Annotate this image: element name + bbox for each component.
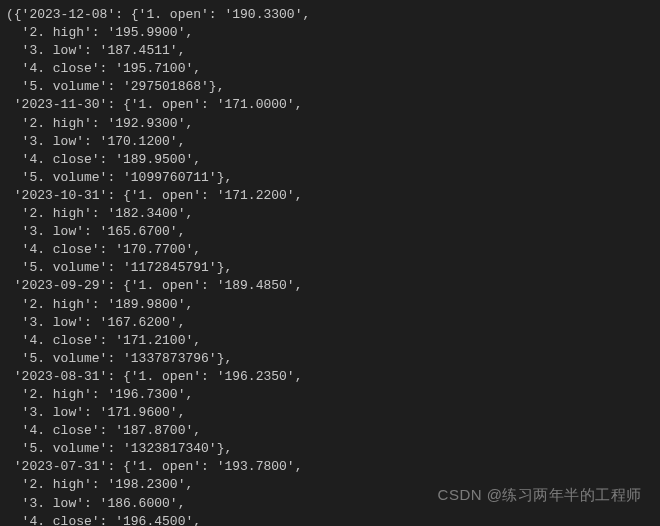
code-line: '2023-08-31': {'1. open': '196.2350', — [6, 368, 660, 386]
code-line: '2. high': '195.9900', — [6, 24, 660, 42]
code-line: '5. volume': '1099760711'}, — [6, 169, 660, 187]
code-line: '2023-11-30': {'1. open': '171.0000', — [6, 96, 660, 114]
code-line: '3. low': '187.4511', — [6, 42, 660, 60]
code-block: ({'2023-12-08': {'1. open': '190.3300', … — [0, 0, 660, 526]
code-line: '2. high': '189.9800', — [6, 296, 660, 314]
code-line: '2. high': '196.7300', — [6, 386, 660, 404]
code-line: '2023-07-31': {'1. open': '193.7800', — [6, 458, 660, 476]
code-line: '3. low': '170.1200', — [6, 133, 660, 151]
code-line: '4. close': '171.2100', — [6, 332, 660, 350]
code-line: '3. low': '165.6700', — [6, 223, 660, 241]
code-line: '3. low': '167.6200', — [6, 314, 660, 332]
code-line: ({'2023-12-08': {'1. open': '190.3300', — [6, 6, 660, 24]
watermark-text: CSDN @练习两年半的工程师 — [438, 486, 642, 504]
code-line: '4. close': '187.8700', — [6, 422, 660, 440]
code-line: '4. close': '189.9500', — [6, 151, 660, 169]
code-line: '5. volume': '1172845791'}, — [6, 259, 660, 277]
code-line: '2. high': '192.9300', — [6, 115, 660, 133]
code-line: '5. volume': '1323817340'}, — [6, 440, 660, 458]
code-line: '4. close': '170.7700', — [6, 241, 660, 259]
code-line: '5. volume': '297501868'}, — [6, 78, 660, 96]
code-line: '4. close': '195.7100', — [6, 60, 660, 78]
code-line: '3. low': '171.9600', — [6, 404, 660, 422]
code-line: '2. high': '182.3400', — [6, 205, 660, 223]
code-line: '5. volume': '1337873796'}, — [6, 350, 660, 368]
code-line: '2023-09-29': {'1. open': '189.4850', — [6, 277, 660, 295]
code-line: '2023-10-31': {'1. open': '171.2200', — [6, 187, 660, 205]
code-line: '4. close': '196.4500', — [6, 513, 660, 526]
